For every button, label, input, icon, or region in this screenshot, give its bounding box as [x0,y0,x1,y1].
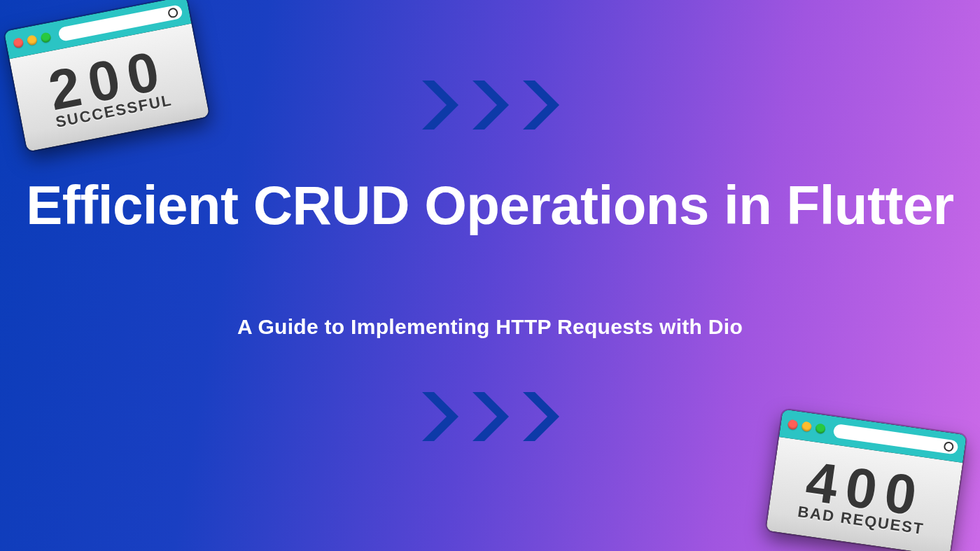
chevron-right-icon [465,77,514,133]
traffic-dot-red-icon [13,37,24,48]
chevron-right-icon [516,389,565,445]
traffic-dot-red-icon [788,419,799,431]
chevron-right-icon [415,389,464,445]
traffic-dot-yellow-icon [801,421,812,432]
chevron-right-icon [415,77,464,133]
chevron-right-icon [516,77,565,133]
traffic-dot-yellow-icon [27,34,38,46]
chevrons-bottom [415,389,565,445]
traffic-dot-green-icon [40,32,51,43]
banner-canvas: 200 SUCCESSFUL Efficient CRUD Operations… [0,0,980,551]
chevron-right-icon [465,389,514,445]
status-card-200: 200 SUCCESSFUL [4,0,210,152]
page-subtitle: A Guide to Implementing HTTP Requests wi… [0,315,980,339]
page-title: Efficient CRUD Operations in Flutter [0,175,980,236]
traffic-dot-green-icon [815,423,826,434]
chevrons-top [415,77,565,133]
status-card-400: 400 BAD REQUEST [766,409,967,551]
